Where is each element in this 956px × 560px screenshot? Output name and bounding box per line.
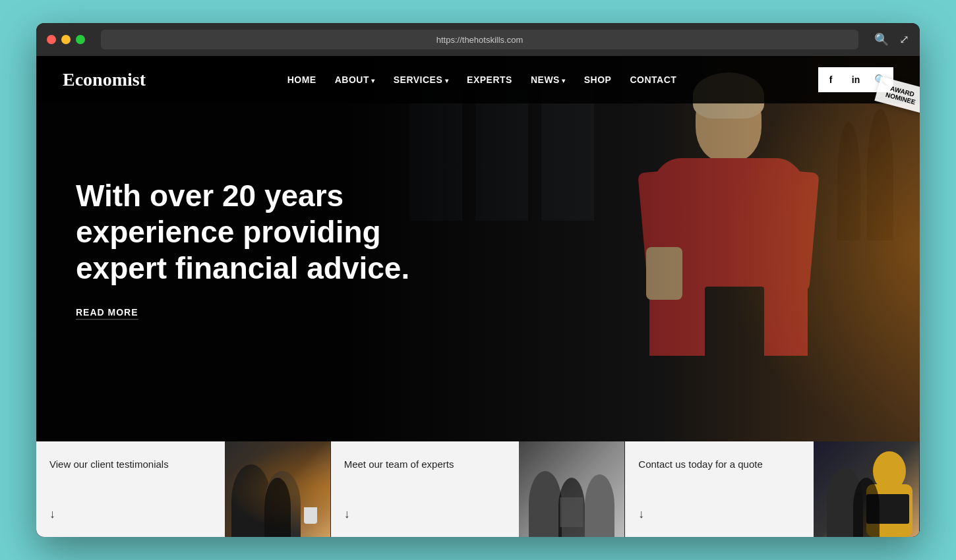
nav-contact[interactable]: CONTACT [630,74,676,85]
card-team-content: Meet our team of experts ↓ [331,441,520,537]
browser-actions: 🔍 ⤢ [874,32,909,47]
url-text: https://thehotskills.com [436,35,523,45]
maximize-button[interactable] [76,35,85,44]
minimize-button[interactable] [61,35,71,44]
browser-chrome: https://thehotskills.com 🔍 ⤢ [36,23,920,56]
address-bar[interactable]: https://thehotskills.com [101,30,858,49]
nav-home[interactable]: HOME [287,74,316,85]
navbar: Economist HOME ABOUT SERVICES EXPERTS NE… [36,56,920,103]
card-contact[interactable]: Contact us today for a quote ↓ [625,441,920,537]
hero-content: With over 20 years experience providing … [76,178,458,320]
traffic-lights [47,35,85,44]
hero-cta-button[interactable]: READ MORE [76,307,138,320]
nav-shop[interactable]: SHOP [584,74,612,85]
card-contact-title: Contact us today for a quote [638,457,800,471]
card-testimonials-arrow[interactable]: ↓ [49,507,212,521]
card-team[interactable]: Meet our team of experts ↓ [331,441,626,537]
nav-news[interactable]: NEWS [531,74,566,85]
card-contact-image [814,441,919,537]
logo[interactable]: Economist [63,69,146,90]
hero-section: With over 20 years experience providing … [36,56,920,441]
website: Economist HOME ABOUT SERVICES EXPERTS NE… [36,56,920,537]
card-testimonials-title: View our client testimonials [49,457,212,471]
nav-links: HOME ABOUT SERVICES EXPERTS NEWS SHOP CO… [287,74,677,86]
fullscreen-icon[interactable]: ⤢ [899,32,909,47]
hero-title: With over 20 years experience providing … [76,178,458,287]
nav-about[interactable]: ABOUT [335,74,375,85]
nav-services[interactable]: SERVICES [394,74,448,85]
browser-window: https://thehotskills.com 🔍 ⤢ Economist H… [36,23,920,537]
facebook-button[interactable]: f [818,67,843,92]
card-testimonials[interactable]: View our client testimonials ↓ [36,441,331,537]
card-contact-arrow[interactable]: ↓ [638,507,800,521]
card-testimonials-content: View our client testimonials ↓ [36,441,225,537]
close-button[interactable] [47,35,56,44]
nav-experts[interactable]: EXPERTS [467,74,512,85]
search-icon[interactable]: 🔍 [874,32,889,47]
linkedin-button[interactable]: in [843,67,868,92]
card-testimonials-image [225,441,330,537]
card-team-title: Meet our team of experts [344,457,506,471]
card-contact-content: Contact us today for a quote ↓ [625,441,814,537]
bottom-cards: View our client testimonials ↓ Meet our … [36,441,920,537]
card-team-image [519,441,624,537]
card-team-arrow[interactable]: ↓ [344,507,506,521]
